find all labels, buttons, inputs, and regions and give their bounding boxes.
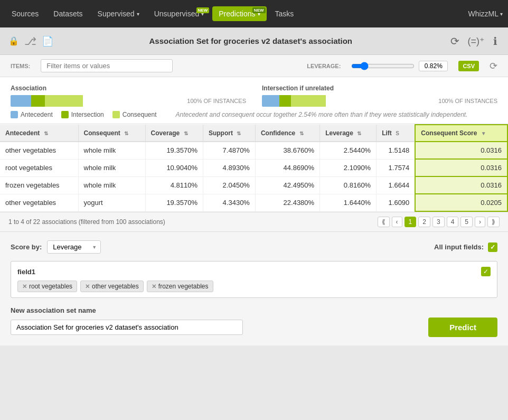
td-consequent: yogurt [78,194,145,211]
legend-intersection-label: Intersection [71,111,104,118]
association-chart: Association 100% OF INSTANCES [11,85,246,107]
page-first-button[interactable]: ⟪ [378,217,390,227]
th-lift[interactable]: Lift S [377,125,416,142]
nav-label-unsupervised: Unsupervised [154,10,200,18]
td-support: 2.0450% [203,176,255,194]
consequent-bar-segment [45,95,83,107]
sort-icon: ▼ [481,130,486,136]
nav-item-tasks[interactable]: Tasks [269,6,300,21]
td-lift: 1.7574 [377,159,416,176]
intersection-if-unrelated-label: Intersection if unrelated [262,85,497,92]
page-4-button[interactable]: 4 [447,217,459,227]
tag-label: frozen vegetables [158,283,209,290]
nav-item-sources[interactable]: Sources [5,6,45,21]
items-filter-input[interactable] [41,59,173,72]
field-name: field1 [17,268,35,276]
tag-remove-button[interactable]: ✕ [22,283,27,290]
intersection-bar-segment2 [279,95,291,107]
info-icon-btn[interactable]: ℹ [491,33,500,50]
td-leverage: 0.8160% [320,176,377,194]
tag-remove-button[interactable]: ✕ [85,283,90,290]
td-confidence: 44.8690% [255,159,319,176]
td-coverage: 10.9040% [145,159,203,176]
new-assoc-row: Predict [11,318,497,337]
table-row: other vegetables whole milk 19.3570% 7.4… [0,142,507,159]
chart-note: Antecedent and consequent occur together… [175,111,467,118]
header-bar: 🔒 ⎇ 📄 Association Set for groceries v2 d… [0,27,508,55]
table-header-row: Antecedent ⇅ Consequent ⇅ Coverage ⇅ Sup… [0,125,507,142]
predict-button[interactable]: Predict [428,318,497,337]
chevron-down-icon: ▾ [137,11,139,17]
th-support[interactable]: Support ⇅ [203,125,255,142]
td-antecedent: frozen vegetables [0,176,78,194]
td-consequent-score: 0.0316 [415,176,507,194]
sort-icon: S [396,130,399,136]
table-body: other vegetables whole milk 19.3570% 7.4… [0,142,507,211]
all-input-fields-checkbox[interactable]: ✓ [488,242,497,252]
page-next-button[interactable]: › [475,217,485,227]
page-3-button[interactable]: 3 [432,217,445,227]
leverage-slider-container: 0.82% [351,61,448,71]
tag-item: ✕frozen vegetables [147,281,213,292]
td-consequent-score: 0.0205 [415,194,507,211]
legend-consequent: Consequent [112,111,157,118]
th-confidence[interactable]: Confidence ⇅ [255,125,319,142]
tag-label: root vegetables [29,283,72,290]
page-5-button[interactable]: 5 [460,217,473,227]
table-row: root vegetables whole milk 10.9040% 4.89… [0,159,507,176]
pagination-bar: 1 to 4 of 22 associations (filtered from… [0,212,508,231]
antecedent-bar-segment [11,95,31,107]
th-consequent[interactable]: Consequent ⇅ [78,125,145,142]
td-lift: 1.6644 [377,176,416,194]
leverage-label: LEVERAGE: [307,63,341,69]
td-antecedent: other vegetables [0,194,78,211]
field-header: field1 ✓ [17,267,491,276]
chart-section: Association 100% OF INSTANCES Intersecti… [0,77,508,124]
new-association-section: New association set name Predict [11,306,497,337]
data-refresh-icon[interactable]: ⟳ [490,60,497,72]
td-support: 4.3430% [203,194,255,211]
td-consequent-score: 0.0316 [415,159,507,176]
th-antecedent[interactable]: Antecedent ⇅ [0,125,78,142]
all-input-fields-label: All input fields: [434,243,484,251]
nav-item-unsupervised[interactable]: NEW Unsupervised ▾ [148,6,211,21]
nav-item-datasets[interactable]: Datasets [47,6,89,21]
leverage-value: 0.82% [419,61,448,71]
tag-item: ✕other vegetables [80,281,144,292]
csv-download-button[interactable]: CSV [458,61,479,71]
score-by-select[interactable]: Leverage Support Confidence Lift [47,240,101,254]
field-checkbox[interactable]: ✓ [481,267,491,276]
td-antecedent: other vegetables [0,142,78,159]
td-consequent: whole milk [78,142,145,159]
nav-brand[interactable]: WhizzML ▾ [468,10,503,18]
sort-icon: ⇅ [237,130,241,136]
page-2-button[interactable]: 2 [418,217,430,227]
page-last-button[interactable]: ⟫ [487,217,500,227]
leverage-slider[interactable] [351,62,415,70]
td-coverage: 19.3570% [145,194,203,211]
equals-icon-btn[interactable]: (=)⁺ [466,33,487,49]
page-prev-button[interactable]: ‹ [392,217,402,227]
nav-item-predictions[interactable]: NEW Predictions ▾ [212,6,266,21]
th-leverage[interactable]: Leverage ⇅ [320,125,377,142]
td-leverage: 1.6440% [320,194,377,211]
legend-antecedent-label: Antecedent [21,111,53,118]
instances-label2: 100% OF INSTANCES [438,98,497,104]
refresh-icon-btn[interactable]: ⟳ [448,33,462,50]
tag-label: other vegetables [92,283,139,290]
sort-icon: ⇅ [357,130,361,136]
tag-container: ✕root vegetables✕other vegetables✕frozen… [17,281,491,292]
field-section: field1 ✓ ✕root vegetables✕other vegetabl… [11,261,497,298]
consequent-bar-segment2 [291,95,325,107]
nav-item-supervised[interactable]: Supervised ▾ [91,6,146,21]
tag-remove-button[interactable]: ✕ [152,283,156,290]
th-coverage[interactable]: Coverage ⇅ [145,125,203,142]
td-lift: 1.6090 [377,194,416,211]
unsupervised-badge: NEW [196,7,210,13]
page-1-button[interactable]: 1 [404,217,417,227]
td-support: 4.8930% [203,159,255,176]
intersection-bar [262,95,434,107]
th-consequent-score[interactable]: Consequent Score ▼ [415,125,507,142]
sort-icon: ⇅ [44,130,48,136]
new-assoc-name-input[interactable] [11,320,243,335]
